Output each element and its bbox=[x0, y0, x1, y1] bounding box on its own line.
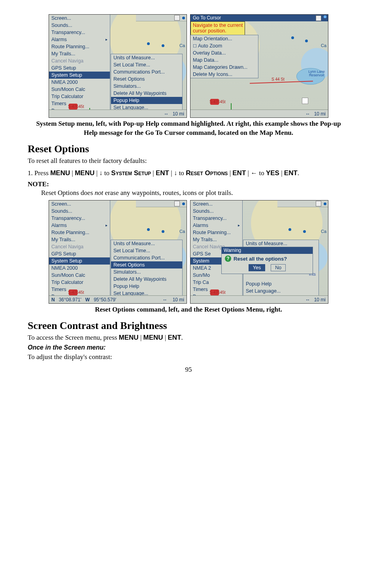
menu-item[interactable]: Sun/Moon Calc bbox=[49, 86, 110, 93]
menu-item[interactable]: Transparency... bbox=[49, 215, 110, 222]
dialog-body: ? Reset all the options? bbox=[222, 254, 313, 263]
status-bar: 10 mi bbox=[49, 110, 187, 117]
menu-item[interactable]: Screen... bbox=[49, 200, 110, 208]
submenu-item-popup-help[interactable]: Popup Help bbox=[243, 280, 319, 287]
menu-item[interactable]: Route Planning... bbox=[49, 229, 110, 236]
status-dot-icon bbox=[182, 202, 185, 205]
menu-item-alarms[interactable]: Alarms bbox=[49, 222, 110, 229]
menu-item[interactable]: Map Categories Drawn... bbox=[190, 64, 258, 71]
submenu-item[interactable]: Simulators... bbox=[111, 268, 182, 276]
title-bar: Go To Cursor bbox=[190, 15, 328, 21]
map-scale: 10 mi bbox=[314, 111, 326, 117]
menu-item[interactable]: GPS Setup bbox=[49, 64, 110, 72]
menu-item[interactable]: Sounds... bbox=[190, 208, 242, 215]
menu-item[interactable]: Transparency... bbox=[190, 215, 242, 222]
status-dot-icon bbox=[324, 15, 326, 18]
highway-shield-label: S-47645t bbox=[209, 100, 226, 104]
submenu-item[interactable]: Reset Options bbox=[111, 76, 182, 83]
reset-warning-dialog[interactable]: Warning ? Reset all the options? Yes No bbox=[221, 247, 313, 274]
reset-intro: To reset all features to their factory d… bbox=[28, 157, 349, 166]
highway-shield-label: S-47645t bbox=[68, 104, 84, 109]
menu-item-auto-zoom[interactable]: Auto Zoom bbox=[190, 42, 258, 49]
dialog-title-bar: Warning bbox=[222, 247, 313, 254]
menu-item[interactable]: My Trails... bbox=[49, 236, 110, 243]
menu-item[interactable]: NMEA 2000 bbox=[49, 79, 110, 86]
menu-item-alarms[interactable]: Alarms bbox=[190, 222, 242, 229]
map-dot-icon bbox=[147, 42, 150, 45]
menu-item[interactable]: Sounds... bbox=[49, 208, 110, 215]
menu-item[interactable]: Screen... bbox=[190, 200, 242, 208]
menu-item[interactable]: Trip Calculator bbox=[49, 279, 110, 286]
dialog-text: Reset all the options? bbox=[234, 256, 287, 262]
submenu-item-reset-options[interactable]: Reset Options bbox=[111, 261, 182, 268]
menu-item[interactable]: Route Planning... bbox=[49, 43, 110, 50]
road-label: S 44 St bbox=[271, 77, 285, 81]
status-bar: 10 mi bbox=[190, 110, 328, 117]
system-setup-submenu[interactable]: Units of Measure... Set Local Time... Co… bbox=[111, 54, 183, 118]
coord-n: N 36°08.971' W 95°50.579' bbox=[51, 297, 116, 303]
system-menu[interactable]: Screen... Sounds... Transparency... Alar… bbox=[49, 200, 110, 301]
map-menu[interactable]: Map Orientation... Auto Zoom Overlay Dat… bbox=[190, 35, 258, 78]
menu-item[interactable]: My Trails... bbox=[190, 236, 242, 243]
menu-item[interactable]: Sounds... bbox=[49, 22, 110, 29]
submenu-item-popup-help[interactable]: Popup Help bbox=[111, 283, 182, 290]
status-square-icon bbox=[316, 15, 321, 21]
menu-item-disabled: Cancel Naviga bbox=[49, 57, 110, 64]
menu-item[interactable]: Map Data... bbox=[190, 57, 258, 64]
status-square-icon bbox=[174, 201, 180, 206]
figure-2-caption: Reset Options command, left, and the Res… bbox=[32, 305, 345, 314]
heading-screen-contrast: Screen Contrast and Brightness bbox=[28, 320, 349, 332]
submenu-item[interactable]: Set Language... bbox=[243, 287, 319, 295]
submenu-item[interactable]: Communications Port... bbox=[111, 254, 182, 261]
menu-item-system-setup[interactable]: System Setup bbox=[49, 257, 110, 265]
yes-button[interactable]: Yes bbox=[249, 264, 265, 271]
status-bar: N 36°08.971' W 95°50.579' 10 mi bbox=[49, 295, 187, 303]
menu-item[interactable]: Transparency... bbox=[49, 29, 110, 36]
status-square-icon bbox=[174, 15, 180, 21]
figure-1-caption: System Setup menu, left, with Pop-up Hel… bbox=[32, 119, 345, 138]
menu-item[interactable]: GPS Setup bbox=[49, 250, 110, 257]
system-setup-submenu[interactable]: Units of Measure... Set Local Time... Co… bbox=[111, 240, 183, 304]
no-button[interactable]: No bbox=[271, 264, 286, 271]
figure-2-row: Ca Screen... Sounds... Transparency... A… bbox=[28, 200, 349, 304]
map-dot-icon bbox=[305, 40, 308, 42]
submenu-item-popup-help[interactable]: Popup Help bbox=[111, 97, 182, 104]
scale-arrow-icon bbox=[305, 111, 314, 117]
menu-item-alarms[interactable]: Alarms bbox=[49, 36, 110, 43]
menu-item[interactable]: Sun/Moon Calc bbox=[49, 272, 110, 279]
highway-shield-label: S-47645t bbox=[209, 290, 226, 295]
menu-item[interactable]: Route Planning... bbox=[190, 229, 242, 236]
status-bar: 10 mi bbox=[190, 295, 328, 303]
figure-1-row: Ca Screen... Sounds... Transparency... A… bbox=[28, 14, 349, 118]
menu-item[interactable]: Map Orientation... bbox=[190, 35, 258, 42]
map-dot-icon bbox=[291, 36, 294, 39]
scale-arrow-icon bbox=[305, 297, 314, 303]
submenu-item[interactable]: Delete All My Waypoints bbox=[111, 90, 182, 97]
menu-item[interactable]: Screen... bbox=[49, 15, 110, 22]
title-bar bbox=[136, 15, 187, 21]
fig1-left-screenshot: Ca Screen... Sounds... Transparency... A… bbox=[49, 14, 187, 118]
status-square-icon bbox=[316, 201, 321, 206]
screen-intro: To access the Screen menu, press MENU | … bbox=[28, 333, 349, 342]
menu-item[interactable]: NMEA 2000 bbox=[49, 265, 110, 272]
submenu-item[interactable]: Units of Measure... bbox=[243, 240, 319, 247]
fig1-right-screenshot: Lynn Lane Reservoir S 44 St Ca Go To Cur… bbox=[190, 14, 328, 118]
menu-item[interactable]: Overlay Data... bbox=[190, 49, 258, 57]
menu-item[interactable]: Trip Ca bbox=[190, 279, 242, 286]
menu-item[interactable]: My Trails... bbox=[49, 50, 110, 57]
reset-steps: 1. Press MENU | MENU | ↓ to System Setup… bbox=[28, 168, 349, 178]
menu-item[interactable]: Delete My Icons... bbox=[190, 71, 258, 78]
submenu-item[interactable]: Delete All My Waypoints bbox=[111, 276, 182, 283]
submenu-item[interactable]: Communications Port... bbox=[111, 68, 182, 76]
submenu-item[interactable]: Set Local Time... bbox=[111, 61, 182, 68]
map-scale: 10 mi bbox=[314, 297, 326, 303]
submenu-item[interactable]: Set Local Time... bbox=[111, 247, 182, 254]
submenu-item[interactable]: Simulators... bbox=[111, 83, 182, 90]
menu-item[interactable]: Trip Calculator bbox=[49, 93, 110, 100]
note-label: NOTE: bbox=[28, 180, 349, 188]
map-scale: 10 mi bbox=[173, 297, 184, 303]
submenu-item[interactable]: Units of Measure... bbox=[111, 240, 182, 247]
submenu-item[interactable]: Units of Measure... bbox=[111, 54, 182, 61]
menu-item-system-setup[interactable]: System Setup bbox=[49, 72, 110, 79]
system-menu[interactable]: Screen... Sounds... Transparency... Alar… bbox=[49, 15, 110, 115]
